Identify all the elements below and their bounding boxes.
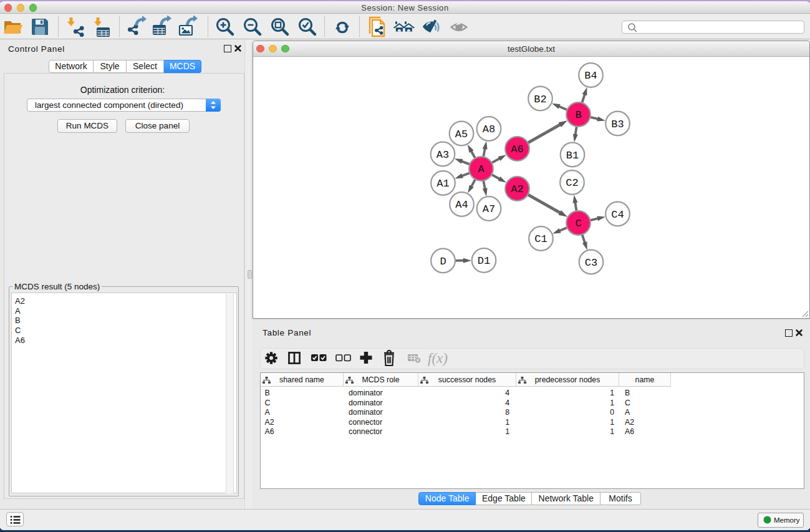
svg-text:A8: A8 bbox=[483, 123, 495, 135]
svg-text:B1: B1 bbox=[566, 150, 579, 162]
svg-text:A3: A3 bbox=[436, 149, 449, 161]
svg-text:A6: A6 bbox=[511, 143, 523, 155]
svg-text:A2: A2 bbox=[511, 183, 523, 195]
svg-text:A7: A7 bbox=[483, 203, 495, 215]
svg-text:A4: A4 bbox=[455, 199, 468, 211]
svg-text:f(x): f(x) bbox=[428, 351, 448, 366]
svg-text:C: C bbox=[575, 218, 581, 230]
svg-text:D1: D1 bbox=[478, 255, 490, 267]
svg-text:D: D bbox=[440, 256, 446, 268]
svg-text:B4: B4 bbox=[584, 70, 597, 82]
svg-text:C4: C4 bbox=[611, 209, 624, 221]
svg-text:B: B bbox=[575, 109, 581, 121]
svg-text:C3: C3 bbox=[585, 257, 597, 269]
svg-text:A1: A1 bbox=[436, 178, 449, 190]
svg-text:C1: C1 bbox=[534, 233, 547, 245]
svg-text:B3: B3 bbox=[611, 118, 624, 130]
svg-text:A5: A5 bbox=[455, 128, 468, 140]
svg-text:B2: B2 bbox=[534, 94, 546, 105]
svg-text:C2: C2 bbox=[566, 177, 578, 189]
svg-text:A: A bbox=[478, 163, 485, 175]
